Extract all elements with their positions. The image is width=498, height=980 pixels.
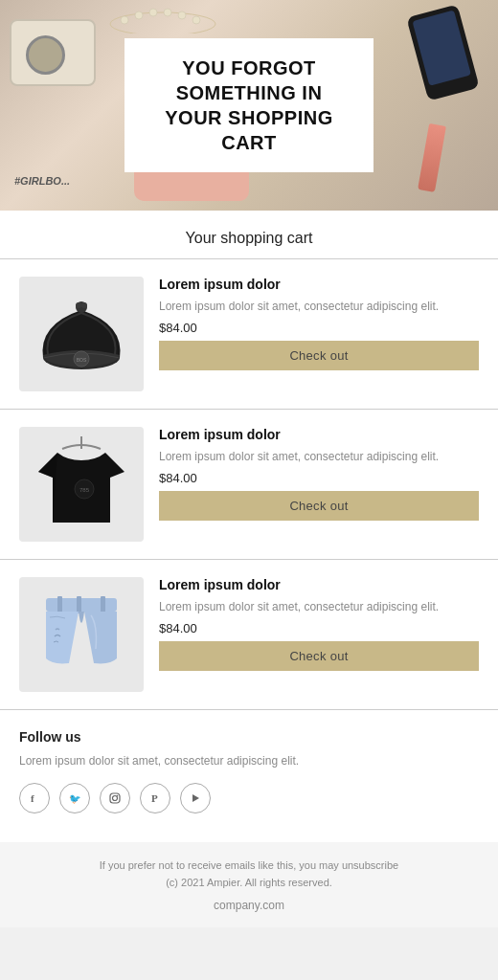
footer-bottom: If you prefer not to receive emails like… [0, 842, 498, 927]
product-item: BOS Lorem ipsum dolor Lorem ipsum dolor … [0, 259, 498, 410]
svg-point-11 [76, 302, 81, 308]
product-price: $84.00 [159, 321, 479, 335]
cart-section-title: Your shopping cart [0, 211, 498, 258]
svg-point-24 [117, 795, 119, 797]
product-description: Lorem ipsum dolor sit amet, consectetur … [159, 448, 479, 465]
camera-decoration [10, 19, 96, 86]
svg-rect-17 [57, 596, 62, 613]
follow-us-title: Follow us [19, 729, 479, 745]
product-name: Lorem ipsum dolor [159, 577, 479, 592]
pinterest-icon[interactable]: P [140, 783, 170, 813]
product-details: Lorem ipsum dolor Lorem ipsum dolor sit … [159, 427, 479, 521]
phone-decoration [406, 4, 479, 100]
svg-point-23 [113, 796, 118, 801]
main-content: Your shopping cart BOS [0, 211, 498, 927]
youtube-icon[interactable] [180, 783, 211, 813]
svg-point-3 [149, 9, 157, 16]
hero-title: YOU FORGOT SOMETHING IN YOUR SHOPPING CA… [151, 56, 347, 155]
follow-us-desc: Lorem ipsum dolor sit amet, consectetur … [19, 752, 479, 769]
svg-point-4 [164, 9, 171, 16]
product-description: Lorem ipsum dolor sit amet, consectetur … [159, 598, 479, 615]
product-price: $84.00 [159, 621, 479, 635]
hero-text-box: YOU FORGOT SOMETHING IN YOUR SHOPPING CA… [124, 38, 374, 172]
svg-rect-19 [101, 596, 105, 613]
product-details: Lorem ipsum dolor Lorem ipsum dolor sit … [159, 577, 479, 671]
email-wrapper: #GIRLBO... YOU FORGOT SOMETHING IN YOUR … [0, 0, 498, 927]
footer-website: company.com [19, 899, 479, 912]
svg-point-6 [192, 16, 200, 24]
product-item: Lorem ipsum dolor Lorem ipsum dolor sit … [0, 560, 498, 710]
product-item: 785 Lorem ipsum dolor Lorem ipsum dolor … [0, 410, 498, 560]
product-details: Lorem ipsum dolor Lorem ipsum dolor sit … [159, 277, 479, 370]
hero-section: #GIRLBO... YOU FORGOT SOMETHING IN YOUR … [0, 0, 498, 211]
svg-rect-22 [110, 793, 120, 803]
social-icons-row: f 🐦 P [19, 783, 479, 813]
beanie-svg: BOS [29, 286, 134, 382]
product-image-shorts [19, 577, 144, 692]
svg-marker-26 [192, 794, 199, 802]
checkout-button[interactable]: Check out [159, 341, 479, 370]
girlboss-tag: #GIRLBO... [14, 175, 70, 187]
svg-text:🐦: 🐦 [69, 792, 81, 805]
svg-point-2 [135, 11, 143, 19]
svg-text:785: 785 [79, 487, 90, 493]
instagram-icon[interactable] [100, 783, 130, 813]
product-description: Lorem ipsum dolor sit amet, consectetur … [159, 298, 479, 315]
twitter-icon[interactable]: 🐦 [59, 783, 90, 813]
product-image-tshirt: 785 [19, 427, 144, 542]
svg-point-12 [81, 302, 87, 308]
product-price: $84.00 [159, 471, 479, 485]
follow-us-section: Follow us Lorem ipsum dolor sit amet, co… [0, 710, 498, 842]
svg-text:BOS: BOS [77, 357, 87, 363]
product-image-beanie: BOS [19, 277, 144, 391]
lipstick-decoration [418, 123, 446, 192]
checkout-button[interactable]: Check out [159, 641, 479, 671]
footer-legal-text: If you prefer not to receive emails like… [19, 858, 479, 891]
product-name: Lorem ipsum dolor [159, 277, 479, 292]
svg-rect-18 [77, 596, 81, 613]
checkout-button[interactable]: Check out [159, 491, 479, 521]
product-name: Lorem ipsum dolor [159, 427, 479, 442]
svg-point-5 [178, 11, 186, 19]
facebook-icon[interactable]: f [19, 783, 50, 813]
necklace-decoration [105, 5, 220, 33]
svg-text:P: P [151, 792, 158, 804]
svg-point-1 [121, 16, 128, 24]
tshirt-svg: 785 [29, 432, 134, 537]
shorts-svg [29, 587, 134, 682]
svg-text:f: f [31, 792, 34, 804]
